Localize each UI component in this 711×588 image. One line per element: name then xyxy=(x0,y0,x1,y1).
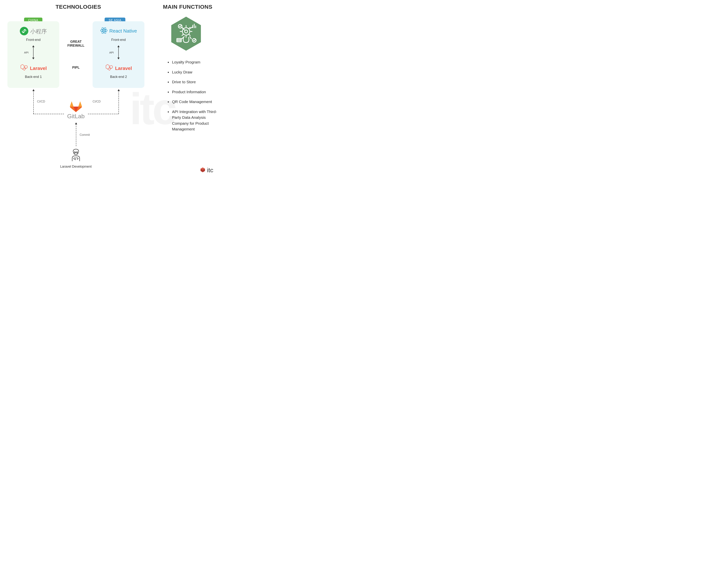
wechat-miniprogram-icon xyxy=(20,27,28,36)
cicd-left-label: CI/CD xyxy=(37,100,45,103)
react-icon xyxy=(100,27,108,35)
arrow-up-icon xyxy=(117,89,120,91)
backend-china-label: Back-end 1 xyxy=(7,75,59,79)
backend-seasia-row: Laravel xyxy=(92,64,145,73)
svg-point-1 xyxy=(103,30,104,31)
functions-list: Loyalty Program Lucky Draw Drive to Stor… xyxy=(168,59,218,136)
arrow-down-icon xyxy=(32,58,35,60)
laravel-icon xyxy=(20,64,28,73)
tech-box-seasia: React Native Front-end API Laravel Back-… xyxy=(92,21,145,88)
developer-label: Laravel Development xyxy=(50,165,102,168)
great-firewall-label: GREAT FIREWALL xyxy=(63,40,89,48)
frontend-seasia-label: Front-end xyxy=(92,38,145,42)
dashed-right-v xyxy=(118,91,119,114)
list-item: API Integration with Third-Party Data An… xyxy=(171,109,218,132)
svg-line-8 xyxy=(76,157,76,160)
backend-seasia-label: Back-end 2 xyxy=(92,75,145,79)
heading-main-functions: MAIN FUNCTIONS xyxy=(163,4,212,10)
gitlab-icon xyxy=(69,110,82,113)
arrow-down-icon xyxy=(117,58,120,60)
dashed-left-v xyxy=(33,91,34,114)
heading-technologies: TECHNOLOGIES xyxy=(56,4,101,10)
developer-block xyxy=(63,148,89,163)
arrow-up-icon xyxy=(33,89,35,91)
frontend-seasia-name: React Native xyxy=(109,28,137,34)
list-item: Product Information xyxy=(171,89,218,95)
api-label-china: API xyxy=(24,51,28,54)
backend-china-row: Laravel xyxy=(7,64,59,73)
list-item: Loyalty Program xyxy=(171,59,218,65)
frontend-china-name: 小程序 xyxy=(30,28,47,35)
list-item: Lucky Draw xyxy=(171,69,218,75)
list-item: Drive to Store xyxy=(171,79,218,85)
arrow-line-china xyxy=(33,47,34,58)
list-item: QR Code Management xyxy=(171,99,218,105)
tech-box-china: 小程序 Front-end API Laravel Back-end 1 xyxy=(7,21,59,88)
frontend-seasia-row: React Native xyxy=(92,27,145,35)
itc-brand-text: itc xyxy=(207,166,213,174)
dashed-commit xyxy=(76,124,76,146)
pipl-label: PIPL xyxy=(63,66,89,70)
gitlab-label: GitLab xyxy=(64,113,88,120)
frontend-china-label: Front-end xyxy=(7,38,59,42)
dashed-left-h xyxy=(33,114,64,114)
arrow-up-icon xyxy=(75,122,77,125)
backend-seasia-name: Laravel xyxy=(115,66,132,71)
svg-marker-9 xyxy=(171,17,201,51)
arrow-line-seasia xyxy=(118,47,119,58)
backend-china-name: Laravel xyxy=(30,66,47,71)
dashed-right-h xyxy=(88,114,118,114)
frontend-china-row: 小程序 xyxy=(7,27,59,36)
commit-label: Commit xyxy=(80,133,90,137)
api-label-seasia: API xyxy=(109,51,114,54)
cicd-right-label: CI/CD xyxy=(92,100,101,103)
itc-brand: itc xyxy=(200,166,213,174)
laravel-icon xyxy=(105,64,113,73)
gitlab-block: GitLab xyxy=(64,100,88,120)
itc-logo-icon xyxy=(200,167,206,173)
functions-hexagon-icon xyxy=(171,17,201,51)
developer-icon xyxy=(68,160,83,163)
